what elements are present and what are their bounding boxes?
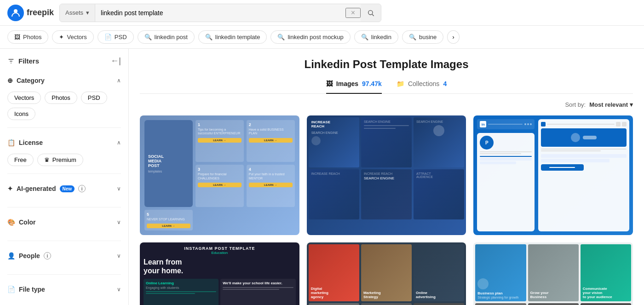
search-icon bbox=[367, 9, 374, 17]
category-vectors-chip[interactable]: Vectors bbox=[7, 92, 41, 104]
image-card-search-engine[interactable]: INCREASEREACH SEARCH ENGINE SEARCH ENGIN… bbox=[307, 115, 466, 235]
image-card-social-media[interactable]: SOCIALMEDIAPOST templates 1 Tips for bec… bbox=[140, 115, 299, 235]
image-card-marketing[interactable]: Digitalmarketingagency MarketingStrategy… bbox=[307, 242, 466, 305]
filter-chip-psd[interactable]: 📄 PSD bbox=[98, 30, 134, 44]
search-clear-button[interactable]: × bbox=[345, 8, 361, 18]
tab-collections[interactable]: 📁 Collections 4 bbox=[397, 80, 447, 94]
search-submit-button[interactable] bbox=[361, 4, 381, 22]
vectors-icon: ✦ bbox=[59, 34, 64, 40]
sort-by-label: Sort by: bbox=[565, 101, 586, 108]
file-type-chevron-icon: ∨ bbox=[117, 286, 121, 293]
crown-icon: ♛ bbox=[44, 156, 50, 163]
collections-tab-label: Collections bbox=[408, 80, 439, 87]
new-badge: New bbox=[60, 185, 75, 192]
photos-icon: 🖼 bbox=[14, 34, 20, 40]
logo-text: freepik bbox=[27, 8, 54, 17]
dropdown-chevron-icon: ▾ bbox=[86, 9, 89, 16]
filter-chip-linkedin-mockup[interactable]: 🔍 linkedin post mockup bbox=[270, 30, 350, 44]
license-premium-chip[interactable]: ♛ Premium bbox=[37, 154, 83, 166]
color-icon: 🎨 bbox=[7, 219, 15, 226]
filters-label: Filters bbox=[18, 57, 39, 65]
page-title: Linkedin Post Template Images bbox=[140, 58, 633, 71]
svg-point-0 bbox=[14, 9, 17, 13]
filter-chip-linkedin[interactable]: 🔍 linkedin bbox=[354, 30, 398, 44]
sort-select[interactable]: Most relevant ▾ bbox=[589, 101, 633, 108]
images-tab-icon: 🖼 bbox=[326, 80, 333, 87]
filter-chip-busine-label: busine bbox=[419, 34, 437, 40]
sort-value-label: Most relevant bbox=[589, 101, 628, 108]
filters-title: Filters bbox=[7, 57, 39, 65]
psd-icon: 📄 bbox=[104, 34, 112, 40]
collections-tab-icon: 📁 bbox=[397, 80, 404, 87]
people-header[interactable]: 👤 People i ∨ bbox=[7, 250, 121, 261]
search-chip-icon-1: 🔍 bbox=[144, 34, 152, 40]
search-chip-icon-4: 🔍 bbox=[361, 34, 368, 40]
category-photos-chip[interactable]: Photos bbox=[45, 92, 77, 104]
filter-chip-linkedin-template[interactable]: 🔍 linkedin template bbox=[198, 30, 267, 44]
color-section: 🎨 Color ∨ bbox=[7, 217, 121, 241]
social-item-3: 3 Prepare for financial CHALLENGES LEARN… bbox=[196, 165, 244, 207]
ai-generated-header[interactable]: ✦ AI-generated New i ∨ bbox=[7, 183, 121, 194]
ai-generated-section: ✦ AI-generated New i ∨ bbox=[7, 183, 121, 207]
license-chips: Free ♛ Premium bbox=[7, 154, 121, 166]
category-psd-chip[interactable]: PSD bbox=[81, 92, 107, 104]
logo[interactable]: freepik bbox=[7, 5, 54, 21]
filter-chip-linkedin-template-label: linkedin template bbox=[215, 34, 260, 40]
license-free-chip[interactable]: Free bbox=[7, 154, 34, 166]
tab-images[interactable]: 🖼 Images 97.47k bbox=[326, 80, 382, 94]
file-type-section: 📄 File type ∨ bbox=[7, 284, 121, 305]
image-grid: SOCIALMEDIAPOST templates 1 Tips for bec… bbox=[140, 115, 633, 305]
file-type-icon: 📄 bbox=[7, 286, 15, 293]
social-main-card: SOCIALMEDIAPOST templates bbox=[144, 120, 193, 207]
people-title: 👤 People i bbox=[7, 252, 51, 259]
filter-chip-photos[interactable]: 🖼 Photos bbox=[7, 30, 48, 44]
image-card-business-plan[interactable]: Business plan Strategic planning for gro… bbox=[473, 242, 633, 305]
images-tab-label: Images bbox=[336, 80, 358, 87]
filter-chip-linkedin-label: linkedin bbox=[371, 34, 391, 40]
filters-icon bbox=[7, 58, 15, 65]
ai-info-icon[interactable]: i bbox=[78, 185, 86, 192]
license-title: 📋 License bbox=[7, 139, 43, 146]
filter-bar: 🖼 Photos ✦ Vectors 📄 PSD 🔍 linkedin post… bbox=[0, 26, 644, 49]
category-title: ⊕ Category bbox=[7, 77, 45, 84]
license-icon: 📋 bbox=[7, 139, 15, 146]
sidebar-collapse-button[interactable]: ←| bbox=[110, 56, 121, 66]
category-header[interactable]: ⊕ Category ∧ bbox=[7, 75, 121, 86]
images-tab-count: 97.47k bbox=[362, 80, 382, 87]
file-type-title: 📄 File type bbox=[7, 286, 45, 293]
image-card-instagram[interactable]: INSTAGRAM POST TEMPLATE Education Learn … bbox=[140, 242, 299, 305]
search-chip-icon-2: 🔍 bbox=[205, 34, 213, 40]
search-chip-icon-3: 🔍 bbox=[277, 34, 285, 40]
filter-chip-linkedin-post[interactable]: 🔍 linkedin post bbox=[138, 30, 195, 44]
image-card-linkedin-ui[interactable]: in P bbox=[473, 115, 633, 235]
collections-tab-count: 4 bbox=[443, 80, 447, 87]
color-header[interactable]: 🎨 Color ∨ bbox=[7, 217, 121, 228]
social-item-4: 4 Put your faith in a trusted MENTOR LEA… bbox=[247, 165, 295, 207]
social-item-2: 2 Have a solid BUSINESS PLAN LEARN → bbox=[247, 120, 295, 162]
license-header[interactable]: 📋 License ∧ bbox=[7, 137, 121, 148]
svg-line-2 bbox=[372, 14, 374, 16]
search-input[interactable] bbox=[95, 4, 345, 22]
assets-dropdown[interactable]: Assets ▾ bbox=[60, 4, 95, 22]
filter-chip-linkedin-mockup-label: linkedin post mockup bbox=[288, 34, 343, 40]
sidebar-header: Filters ←| bbox=[7, 56, 121, 66]
category-chips: Vectors Photos PSD Icons bbox=[7, 92, 121, 120]
filter-chip-busine[interactable]: 🔍 busine bbox=[402, 30, 443, 44]
category-icons-chip[interactable]: Icons bbox=[7, 108, 35, 120]
main-content: Linkedin Post Template Images 🖼 Images 9… bbox=[129, 49, 644, 305]
file-type-header[interactable]: 📄 File type ∨ bbox=[7, 284, 121, 295]
people-info-icon[interactable]: i bbox=[44, 252, 51, 259]
category-section: ⊕ Category ∧ Vectors Photos PSD Icons bbox=[7, 75, 121, 128]
tabs-row: 🖼 Images 97.47k 📁 Collections 4 bbox=[140, 80, 633, 94]
people-icon: 👤 bbox=[7, 252, 15, 259]
svg-point-1 bbox=[368, 10, 373, 14]
filter-chip-vectors[interactable]: ✦ Vectors bbox=[52, 30, 93, 44]
category-icon: ⊕ bbox=[7, 77, 13, 84]
social-item-1: 1 Tips for becoming a successful ENTERPR… bbox=[196, 120, 244, 162]
assets-label: Assets bbox=[65, 9, 83, 16]
ai-icon: ✦ bbox=[7, 185, 13, 192]
header: freepik Assets ▾ × bbox=[0, 0, 644, 26]
filter-bar-next-button[interactable]: › bbox=[447, 30, 459, 44]
sort-chevron-icon: ▾ bbox=[630, 101, 633, 108]
category-chevron-icon: ∧ bbox=[117, 77, 121, 84]
